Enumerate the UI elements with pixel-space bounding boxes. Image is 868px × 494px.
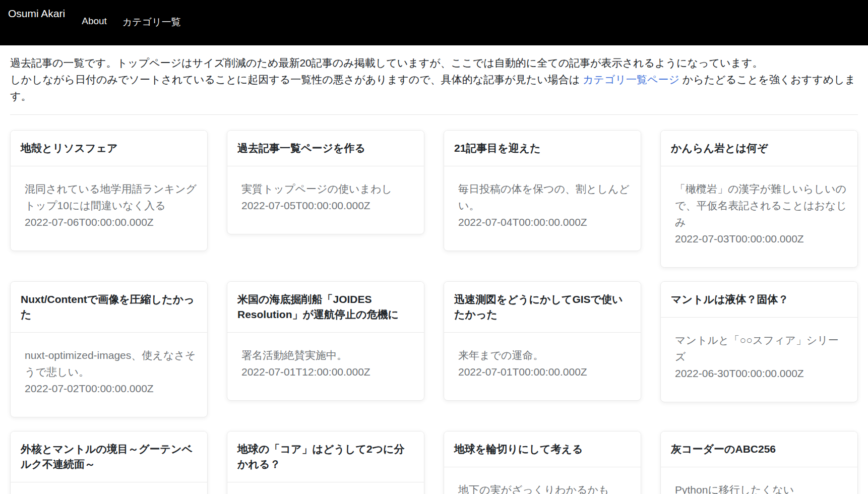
article-card[interactable]: Nuxt/Contentで画像を圧縮したかった nuxt-optimized-i…: [10, 281, 208, 417]
article-date: 2022-07-02T00:00:00.000Z: [25, 380, 197, 397]
article-card-header: 灰コーダーのABC256: [661, 431, 857, 467]
category-list-link[interactable]: カテゴリ一覧ページ: [583, 74, 679, 85]
article-card-body: 地下の実がざっくりわかるかも: [444, 467, 641, 494]
article-card[interactable]: 地球の「コア」はどうして2つに分かれる？: [227, 431, 424, 494]
article-card-header: 地殻とリソスフェア: [11, 131, 207, 166]
article-card-body: nuxt-optimized-images、使えなさそうで悲しい。 2022-0…: [11, 333, 207, 417]
article-description: 来年までの運命。: [458, 347, 631, 363]
article-card[interactable]: 外核とマントルの境目～グーテンベルク不連続面～: [10, 431, 208, 494]
main-content: 過去記事の一覧です。トップページはサイズ削減のため最新20記事のみ掲載しています…: [0, 54, 868, 494]
article-description: 実質トップページの使いまわし: [241, 180, 414, 197]
article-card[interactable]: 米国の海底掘削船「JOIDES Resolution」が運航停止の危機に 署名活…: [227, 281, 424, 401]
nav-link-about[interactable]: About: [82, 16, 107, 26]
article-card-body: [227, 482, 424, 494]
article-card[interactable]: 過去記事一覧ページを作る 実質トップページの使いまわし 2022-07-05T0…: [227, 130, 424, 234]
article-description: nuxt-optimized-images、使えなさそうで悲しい。: [25, 347, 197, 380]
article-title: 迅速測図をどうにかしてGISで使いたかった: [454, 292, 631, 322]
divider: [10, 114, 858, 115]
article-date: 2022-06-30T00:00:00.000Z: [675, 365, 847, 382]
articles-grid: 地殻とリソスフェア 混同されている地学用語ランキングトップ10には間違いなく入る…: [10, 130, 858, 494]
article-title: 過去記事一覧ページを作る: [237, 141, 414, 156]
article-card-header: 米国の海底掘削船「JOIDES Resolution」が運航停止の危機に: [227, 282, 424, 333]
article-card[interactable]: 地球を輪切りにして考える 地下の実がざっくりわかるかも: [444, 431, 641, 494]
article-card-header: Nuxt/Contentで画像を圧縮したかった: [11, 282, 207, 333]
article-card-body: 「橄欖岩」の漢字が難しいらしいので、平仮名表記されることはおなじみ 2022-0…: [661, 166, 857, 267]
article-title: かんらん岩とは何ぞ: [671, 141, 847, 156]
navbar-brand[interactable]: Osumi Akari: [8, 7, 65, 20]
article-title: 地球の「コア」はどうして2つに分かれる？: [237, 442, 414, 472]
article-description: 署名活動絶賛実施中。: [241, 347, 414, 363]
article-card-body: 混同されている地学用語ランキングトップ10には間違いなく入る 2022-07-0…: [11, 166, 207, 251]
article-title: Nuxt/Contentで画像を圧縮したかった: [21, 292, 197, 322]
article-description: 混同されている地学用語ランキングトップ10には間違いなく入る: [25, 180, 197, 214]
article-card-body: 来年までの運命。 2022-07-01T00:00:00.000Z: [444, 333, 641, 400]
article-card-body: マントルと「○○スフィア」シリーズ 2022-06-30T00:00:00.00…: [661, 318, 857, 402]
article-title: 灰コーダーのABC256: [671, 442, 847, 457]
article-date: 2022-07-05T00:00:00.000Z: [241, 197, 414, 214]
article-card-header: 迅速測図をどうにかしてGISで使いたかった: [444, 282, 641, 333]
intro-line1: 過去記事の一覧です。トップページはサイズ削減のため最新20記事のみ掲載しています…: [10, 57, 763, 69]
article-card-header: かんらん岩とは何ぞ: [661, 131, 857, 166]
article-card[interactable]: 地殻とリソスフェア 混同されている地学用語ランキングトップ10には間違いなく入る…: [10, 130, 208, 251]
article-date: 2022-07-01T00:00:00.000Z: [458, 363, 631, 380]
article-title: マントルは液体？固体？: [671, 292, 847, 307]
navbar: Osumi Akari About カテゴリ一覧: [0, 0, 868, 45]
article-card-header: 地球の「コア」はどうして2つに分かれる？: [227, 431, 424, 482]
article-title: 21記事目を迎えた: [454, 141, 631, 156]
navbar-nav: About カテゴリ一覧: [82, 16, 180, 29]
article-description: 毎日投稿の体を保つの、割としんどい。: [458, 180, 631, 214]
article-card[interactable]: 灰コーダーのABC256 Pythonに移行したくない: [660, 431, 858, 494]
article-date: 2022-07-01T12:00:00.000Z: [241, 363, 414, 380]
article-date: 2022-07-04T00:00:00.000Z: [458, 214, 631, 230]
intro-paragraph: 過去記事の一覧です。トップページはサイズ削減のため最新20記事のみ掲載しています…: [10, 54, 858, 104]
article-description: Pythonに移行したくない: [675, 481, 847, 494]
article-card[interactable]: 迅速測図をどうにかしてGISで使いたかった 来年までの運命。 2022-07-0…: [444, 281, 641, 401]
intro-line2-before-link: しかしながら日付のみでソートされていることに起因する一覧性の悪さがありますので、…: [10, 74, 583, 85]
article-description: マントルと「○○スフィア」シリーズ: [675, 332, 847, 365]
article-card-header: 21記事目を迎えた: [444, 131, 641, 166]
article-card-body: 実質トップページの使いまわし 2022-07-05T00:00:00.000Z: [227, 166, 424, 234]
article-date: 2022-07-06T00:00:00.000Z: [25, 214, 197, 230]
article-card-header: 地球を輪切りにして考える: [444, 431, 641, 467]
nav-link-categories[interactable]: カテゴリ一覧: [122, 17, 181, 27]
article-card-body: Pythonに移行したくない: [661, 467, 857, 494]
article-date: 2022-07-03T00:00:00.000Z: [675, 230, 847, 247]
article-card-body: 毎日投稿の体を保つの、割としんどい。 2022-07-04T00:00:00.0…: [444, 166, 641, 251]
article-card[interactable]: マントルは液体？固体？ マントルと「○○スフィア」シリーズ 2022-06-30…: [660, 281, 858, 402]
article-card[interactable]: かんらん岩とは何ぞ 「橄欖岩」の漢字が難しいらしいので、平仮名表記されることはお…: [660, 130, 858, 268]
article-description: 「橄欖岩」の漢字が難しいらしいので、平仮名表記されることはおなじみ: [675, 180, 847, 230]
article-card[interactable]: 21記事目を迎えた 毎日投稿の体を保つの、割としんどい。 2022-07-04T…: [444, 130, 641, 251]
article-title: 地殻とリソスフェア: [21, 141, 197, 156]
article-title: 米国の海底掘削船「JOIDES Resolution」が運航停止の危機に: [237, 292, 414, 322]
article-card-header: 過去記事一覧ページを作る: [227, 131, 424, 166]
article-card-body: [11, 482, 207, 494]
article-description: 地下の実がざっくりわかるかも: [458, 481, 631, 494]
article-card-header: 外核とマントルの境目～グーテンベルク不連続面～: [11, 431, 207, 482]
article-title: 地球を輪切りにして考える: [454, 442, 631, 457]
article-card-body: 署名活動絶賛実施中。 2022-07-01T12:00:00.000Z: [227, 333, 424, 400]
article-card-header: マントルは液体？固体？: [661, 282, 857, 318]
article-title: 外核とマントルの境目～グーテンベルク不連続面～: [21, 442, 197, 472]
